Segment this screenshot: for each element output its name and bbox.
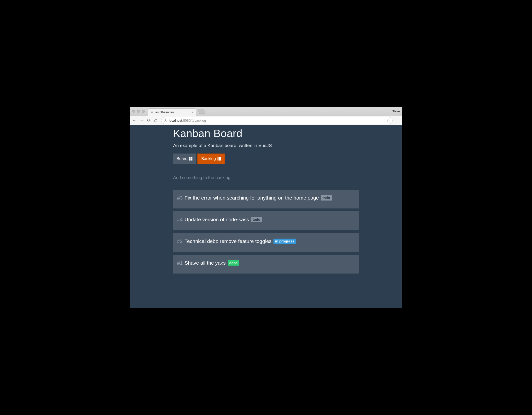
home-icon[interactable] <box>154 119 158 122</box>
backlog-card-id: #1 <box>177 260 182 266</box>
browser-toolbar: ← → ⟳ i localhost:8080/#/backlog ☆ ⋮ <box>130 116 402 125</box>
svg-rect-0 <box>189 157 190 159</box>
backlog-card-title: Update version of node-sass <box>184 217 249 222</box>
backlog-card[interactable]: #3Fix the error when searching for anyth… <box>173 190 359 208</box>
svg-rect-10 <box>218 160 218 160</box>
status-badge: todo <box>251 217 262 222</box>
view-toggle-board[interactable]: Board <box>173 154 196 164</box>
svg-rect-6 <box>218 158 218 159</box>
backlog-input[interactable] <box>173 175 359 180</box>
svg-rect-3 <box>191 159 192 160</box>
backlog-card[interactable]: #4Update version of node-sasstodo <box>173 211 359 230</box>
svg-rect-7 <box>218 158 221 159</box>
svg-rect-1 <box>191 157 192 159</box>
svg-rect-4 <box>218 157 218 158</box>
file-icon: 🗎 <box>150 110 153 114</box>
page-subtitle: An example of a Kanban board, written in… <box>173 143 359 148</box>
window-controls[interactable] <box>132 110 145 113</box>
forward-icon[interactable]: → <box>140 118 144 123</box>
backlog-card-id: #4 <box>177 217 182 222</box>
page-viewport: Kanban Board An example of a Kanban boar… <box>130 125 402 308</box>
browser-profile-name[interactable]: Steve <box>392 110 400 113</box>
browser-menu-icon[interactable]: ⋮ <box>396 118 400 123</box>
backlog-card-title: Shave all the yaks <box>184 260 226 266</box>
backlog-input-row <box>173 174 359 182</box>
bookmark-icon[interactable]: ☆ <box>387 118 390 123</box>
backlog-card-title: Technical debt: remove feature toggles <box>184 238 272 244</box>
close-icon[interactable]: × <box>192 110 194 114</box>
backlog-card[interactable]: #1Shave all the yaksdone <box>173 255 359 274</box>
status-badge: todo <box>321 195 332 201</box>
backlog-card-title: Fix the error when searching for anythin… <box>184 195 319 201</box>
browser-window: 🗎 auth0-kanban × Steve ← → ⟳ i localhost… <box>130 107 402 308</box>
browser-tab-title: auth0-kanban <box>155 111 174 114</box>
browser-tab[interactable]: 🗎 auth0-kanban × <box>148 109 196 116</box>
window-zoom-icon[interactable] <box>142 110 145 113</box>
url-host: localhost:8080/#/backlog <box>169 119 206 122</box>
backlog-card-id: #2 <box>177 238 182 244</box>
view-toggle-backlog[interactable]: Backlog <box>197 154 225 164</box>
svg-rect-9 <box>218 159 221 160</box>
backlog-card[interactable]: #2Technical debt: remove feature toggles… <box>173 233 359 252</box>
page-title: Kanban Board <box>173 128 359 139</box>
view-toggle-board-label: Board <box>177 157 187 161</box>
back-icon[interactable]: ← <box>132 118 136 123</box>
view-toggle-group: Board Backlog <box>173 154 359 164</box>
window-close-icon[interactable] <box>132 110 135 113</box>
svg-rect-2 <box>189 159 190 160</box>
status-badge: done <box>228 260 239 266</box>
backlog-list: #3Fix the error when searching for anyth… <box>173 190 359 274</box>
backlog-card-id: #3 <box>177 195 182 201</box>
window-minimize-icon[interactable] <box>137 110 140 113</box>
reload-icon[interactable]: ⟳ <box>147 118 151 123</box>
address-bar[interactable]: i localhost:8080/#/backlog ☆ <box>161 117 393 124</box>
svg-rect-8 <box>218 159 218 160</box>
browser-tabbar: 🗎 auth0-kanban × Steve <box>130 107 402 116</box>
svg-rect-11 <box>218 160 221 160</box>
site-info-icon[interactable]: i <box>164 119 167 122</box>
status-badge: in progress <box>274 239 296 244</box>
svg-rect-5 <box>218 157 221 158</box>
grid-icon <box>189 157 192 160</box>
list-icon <box>218 157 221 160</box>
view-toggle-backlog-label: Backlog <box>201 157 216 161</box>
new-tab-button[interactable] <box>197 109 206 114</box>
